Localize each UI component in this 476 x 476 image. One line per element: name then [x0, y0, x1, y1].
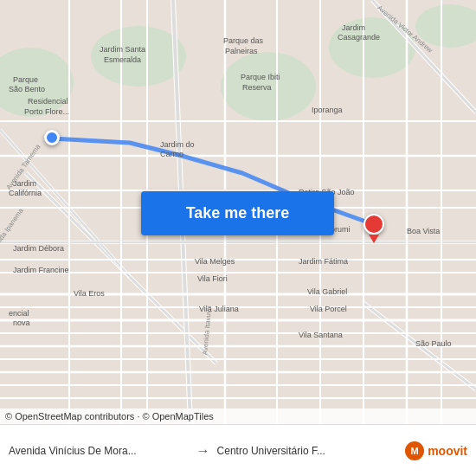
svg-text:Jardim do: Jardim do — [160, 140, 195, 149]
svg-text:encial: encial — [9, 309, 29, 318]
svg-text:Casagrande: Casagrande — [338, 33, 380, 42]
svg-text:M: M — [411, 446, 419, 456]
svg-text:Parque das: Parque das — [223, 36, 264, 45]
destination-marker — [363, 214, 384, 243]
svg-text:nova: nova — [13, 318, 30, 327]
svg-text:Porto Flore...: Porto Flore... — [24, 107, 69, 116]
svg-text:Vila Gabriel: Vila Gabriel — [307, 287, 347, 296]
svg-text:Jardim Francine: Jardim Francine — [13, 266, 69, 274]
svg-text:São Bento: São Bento — [9, 85, 45, 93]
svg-text:Reserva: Reserva — [242, 83, 272, 92]
svg-text:Palneiras: Palneiras — [225, 47, 258, 55]
svg-text:Iporanga: Iporanga — [312, 106, 343, 114]
take-me-there-label: Take me there — [186, 204, 290, 222]
svg-text:Vila Porcel: Vila Porcel — [310, 305, 347, 313]
svg-text:Jardim Débora: Jardim Débora — [13, 244, 64, 253]
moovit-logo-text: moovit — [428, 444, 467, 458]
map-container: Parque São Bento Jardim Santa Esmeralda … — [0, 0, 476, 424]
take-me-there-button[interactable]: Take me there — [141, 191, 334, 235]
svg-text:Residencial: Residencial — [28, 97, 68, 106]
svg-text:Vila Fiori: Vila Fiori — [197, 274, 228, 283]
moovit-logo: M moovit — [404, 441, 467, 461]
svg-text:Carmo: Carmo — [160, 150, 183, 158]
moovit-icon: M — [404, 441, 425, 461]
svg-text:Jardim Fátima: Jardim Fátima — [299, 257, 348, 266]
arrow-icon: → — [196, 443, 210, 459]
svg-text:Vila Santana: Vila Santana — [299, 331, 343, 339]
svg-text:Parque Ibiti: Parque Ibiti — [241, 73, 280, 81]
svg-text:Parque: Parque — [13, 75, 38, 84]
svg-text:Vila Eros: Vila Eros — [74, 289, 105, 298]
from-location: Avenida Vinícius De Mora... — [9, 445, 190, 457]
attribution-text: © OpenStreetMap contributors · © OpenMap… — [5, 411, 214, 421]
svg-text:Boa Vista: Boa Vista — [407, 227, 440, 235]
svg-text:Jardim: Jardim — [342, 23, 365, 32]
svg-text:Vila Melges: Vila Melges — [195, 257, 235, 266]
svg-text:Jardim Santa: Jardim Santa — [100, 45, 145, 54]
to-location: Centro Universitário F... — [217, 445, 398, 457]
svg-text:Esmeralda: Esmeralda — [104, 55, 141, 64]
origin-marker — [44, 130, 60, 145]
svg-text:São Paulo: São Paulo — [415, 339, 452, 348]
map-attribution: © OpenStreetMap contributors · © OpenMap… — [0, 408, 476, 424]
svg-text:Califórnia: Califórnia — [9, 189, 42, 197]
bottom-bar: Avenida Vinícius De Mora... → Centro Uni… — [0, 424, 476, 476]
